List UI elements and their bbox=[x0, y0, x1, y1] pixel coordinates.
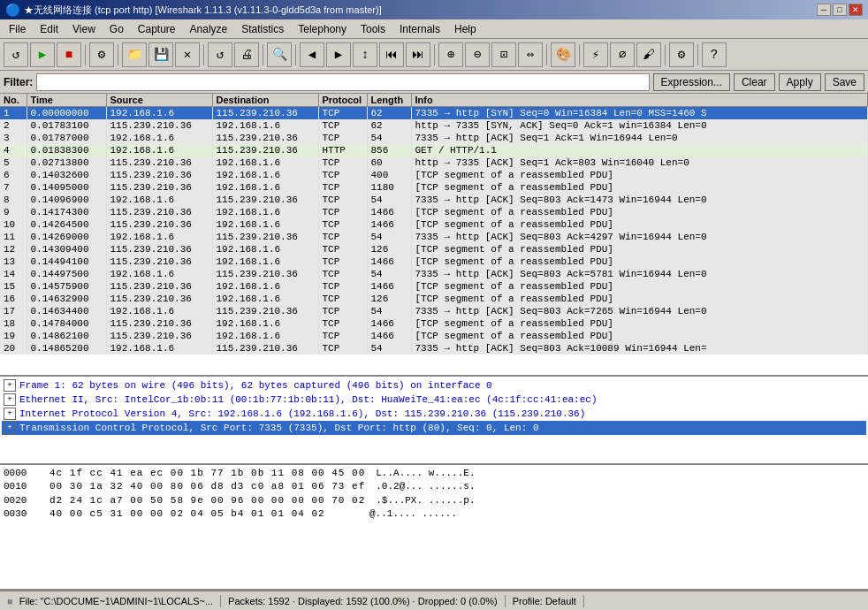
expand-icon[interactable]: + bbox=[4, 379, 16, 392]
status-file: File: "C:\DOCUME~1\ADMINI~1\LOCALS~... bbox=[19, 596, 213, 606]
restart-icon[interactable]: ↺ bbox=[4, 42, 28, 67]
maximize-button[interactable]: □ bbox=[833, 4, 847, 16]
go-to-icon[interactable]: ↕ bbox=[353, 42, 377, 67]
header-protocol[interactable]: Protocol bbox=[318, 94, 367, 107]
cell-no: 6 bbox=[0, 169, 27, 181]
table-row[interactable]: 50.02713800115.239.210.36192.168.1.6TCP6… bbox=[0, 156, 868, 169]
find-icon[interactable]: 🔍 bbox=[267, 42, 292, 67]
hex-pane: 00004c 1f cc 41 ea ec 00 1b 77 1b 0b 11 … bbox=[0, 465, 868, 591]
open-file-icon[interactable]: 📁 bbox=[122, 42, 147, 67]
table-row[interactable]: 190.14862100115.239.210.36192.168.1.6TCP… bbox=[0, 330, 868, 342]
table-row[interactable]: 120.14309400115.239.210.36192.168.1.6TCP… bbox=[0, 243, 868, 255]
colorize-icon[interactable]: 🎨 bbox=[551, 42, 575, 67]
menu-item-edit[interactable]: Edit bbox=[34, 22, 64, 36]
cell-proto: TCP bbox=[318, 305, 367, 317]
header-time[interactable]: Time bbox=[27, 94, 106, 107]
cell-time: 0.14309400 bbox=[27, 243, 106, 255]
save-file-icon[interactable]: 💾 bbox=[148, 42, 173, 67]
capture-opts-icon[interactable]: ⚙ bbox=[89, 42, 114, 67]
menu-item-capture[interactable]: Capture bbox=[133, 22, 181, 36]
toolbar-separator bbox=[85, 44, 86, 65]
expression-button[interactable]: Expression... bbox=[653, 73, 730, 91]
cell-proto: TCP bbox=[318, 243, 367, 255]
table-row[interactable]: 80.14096900192.168.1.6115.239.210.36TCP5… bbox=[0, 194, 868, 206]
table-row[interactable]: 10.00000000192.168.1.6115.239.210.36TCP6… bbox=[0, 107, 868, 120]
table-row[interactable]: 30.01787000192.168.1.6115.239.210.36TCP5… bbox=[0, 132, 868, 144]
header-destination[interactable]: Destination bbox=[212, 94, 318, 107]
header-info[interactable]: Info bbox=[411, 94, 868, 107]
reload-icon[interactable]: ↺ bbox=[208, 42, 232, 67]
detail-item[interactable]: +Ethernet II, Src: IntelCor_1b:0b:11 (00… bbox=[2, 393, 866, 407]
go-forward-icon[interactable]: ▶ bbox=[326, 42, 351, 67]
zoom-normal-icon[interactable]: ⊡ bbox=[491, 42, 516, 67]
cell-info: [TCP segment of a reassembled PDU] bbox=[411, 181, 868, 194]
minimize-button[interactable]: ─ bbox=[817, 4, 831, 16]
save-button[interactable]: Save bbox=[825, 73, 864, 91]
apply-button[interactable]: Apply bbox=[779, 73, 821, 91]
menu-item-tools[interactable]: Tools bbox=[355, 22, 391, 36]
table-row[interactable]: 170.14634400192.168.1.6115.239.210.36TCP… bbox=[0, 305, 868, 317]
table-row[interactable]: 40.01838300192.168.1.6115.239.210.36HTTP… bbox=[0, 144, 868, 156]
table-row[interactable]: 20.01783100115.239.210.36192.168.1.6TCP6… bbox=[0, 119, 868, 132]
cell-time: 0.14784000 bbox=[27, 317, 106, 330]
table-row[interactable]: 150.14575900115.239.210.36192.168.1.6TCP… bbox=[0, 280, 868, 293]
menu-item-file[interactable]: File bbox=[4, 22, 31, 36]
go-first-icon[interactable]: ⏮ bbox=[379, 42, 404, 67]
cell-proto: TCP bbox=[318, 330, 367, 342]
print-icon[interactable]: 🖨 bbox=[234, 42, 259, 67]
table-row[interactable]: 200.14865200192.168.1.6115.239.210.36TCP… bbox=[0, 342, 868, 355]
menu-item-go[interactable]: Go bbox=[104, 22, 129, 36]
display-filter-icon[interactable]: ∅ bbox=[610, 42, 635, 67]
help-icon[interactable]: ? bbox=[702, 42, 727, 67]
detail-item[interactable]: +Frame 1: 62 bytes on wire (496 bits), 6… bbox=[2, 378, 866, 393]
detail-item[interactable]: +Transmission Control Protocol, Src Port… bbox=[2, 421, 866, 435]
table-row[interactable]: 180.14784000115.239.210.36192.168.1.6TCP… bbox=[0, 317, 868, 330]
capture-filter-icon[interactable]: ⚡ bbox=[583, 42, 608, 67]
table-row[interactable]: 140.14497500192.168.1.6115.239.210.36TCP… bbox=[0, 268, 868, 280]
packet-list[interactable]: No. Time Source Destination Protocol Len… bbox=[0, 94, 868, 377]
cell-src: 115.239.210.36 bbox=[106, 317, 212, 330]
expand-icon[interactable]: + bbox=[4, 422, 16, 434]
menu-item-internals[interactable]: Internals bbox=[394, 22, 445, 36]
menu-item-telephony[interactable]: Telephony bbox=[293, 22, 352, 36]
detail-pane[interactable]: +Frame 1: 62 bytes on wire (496 bits), 6… bbox=[0, 377, 868, 465]
expand-icon[interactable]: + bbox=[4, 408, 16, 420]
clear-button[interactable]: Clear bbox=[734, 73, 775, 91]
header-no[interactable]: No. bbox=[0, 94, 27, 107]
resize-cols-icon[interactable]: ⇔ bbox=[518, 42, 543, 67]
table-row[interactable]: 70.14095000115.239.210.36192.168.1.6TCP1… bbox=[0, 181, 868, 194]
start-capture-icon[interactable]: ▶ bbox=[30, 42, 55, 67]
go-back-icon[interactable]: ◀ bbox=[300, 42, 324, 67]
cell-src: 115.239.210.36 bbox=[106, 156, 212, 169]
menu-item-help[interactable]: Help bbox=[449, 22, 482, 36]
filter-input[interactable] bbox=[36, 73, 649, 91]
table-row[interactable]: 100.14264500115.239.210.36192.168.1.6TCP… bbox=[0, 218, 868, 231]
cell-proto: TCP bbox=[318, 342, 367, 355]
table-row[interactable]: 160.14632900115.239.210.36192.168.1.6TCP… bbox=[0, 293, 868, 305]
cell-dst: 192.168.1.6 bbox=[212, 280, 318, 293]
stop-capture-icon[interactable]: ■ bbox=[57, 42, 81, 67]
menu-item-statistics[interactable]: Statistics bbox=[236, 22, 289, 36]
cell-time: 0.14632900 bbox=[27, 293, 106, 305]
menu-item-analyze[interactable]: Analyze bbox=[185, 22, 233, 36]
table-row[interactable]: 60.14032600115.239.210.36192.168.1.6TCP4… bbox=[0, 169, 868, 181]
go-last-icon[interactable]: ⏭ bbox=[406, 42, 430, 67]
header-length[interactable]: Length bbox=[367, 94, 411, 107]
cell-time: 0.01783100 bbox=[27, 119, 106, 132]
menu-item-view[interactable]: View bbox=[67, 22, 101, 36]
cell-dst: 115.239.210.36 bbox=[212, 342, 318, 355]
color-rules-icon[interactable]: 🖌 bbox=[636, 42, 661, 67]
header-source[interactable]: Source bbox=[106, 94, 212, 107]
zoom-in-icon[interactable]: ⊕ bbox=[438, 42, 463, 67]
detail-item[interactable]: +Internet Protocol Version 4, Src: 192.1… bbox=[2, 407, 866, 421]
close-button[interactable]: ✕ bbox=[849, 4, 863, 16]
table-row[interactable]: 130.14494100115.239.210.36192.168.1.6TCP… bbox=[0, 255, 868, 268]
cell-info: 7335 → http [ACK] Seq=1 Ack=1 Win=16944 … bbox=[411, 132, 868, 144]
table-row[interactable]: 110.14269000192.168.1.6115.239.210.36TCP… bbox=[0, 231, 868, 243]
zoom-out-icon[interactable]: ⊖ bbox=[465, 42, 490, 67]
prefs-icon[interactable]: ⚙ bbox=[669, 42, 694, 67]
title-bar: 🔵 ★无线网络连接 (tcp port http) [Wireshark 1.1… bbox=[0, 0, 868, 19]
expand-icon[interactable]: + bbox=[4, 393, 16, 406]
table-row[interactable]: 90.14174300115.239.210.36192.168.1.6TCP1… bbox=[0, 206, 868, 218]
close-file-icon[interactable]: ✕ bbox=[175, 42, 200, 67]
